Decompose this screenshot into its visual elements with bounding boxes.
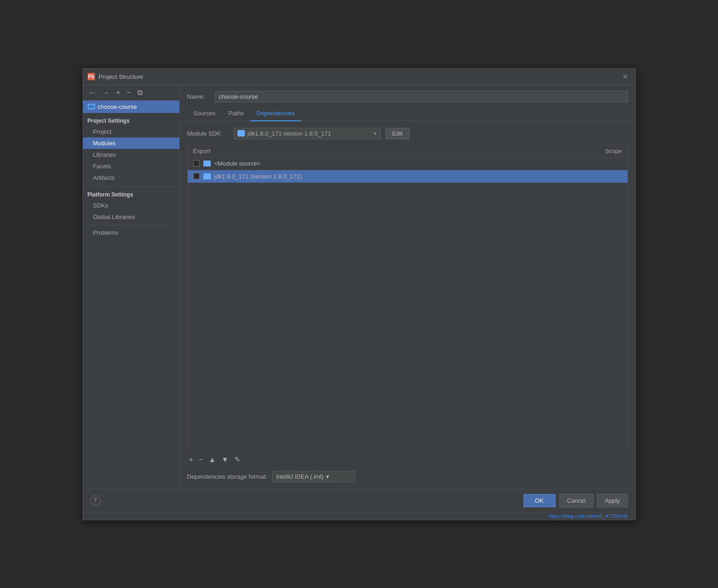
sdk-select-inner: jdk1.8.0_171 version 1.8.0_171	[237, 130, 369, 137]
dep-checkbox-module-source[interactable]	[193, 160, 200, 166]
sidebar-item-sdks[interactable]: SDKs	[83, 200, 179, 211]
ok-button[interactable]: OK	[523, 494, 556, 507]
cancel-button[interactable]: Cancel	[559, 494, 593, 507]
main-content: ← → + − ⧉ choose-course Project Settings…	[83, 85, 635, 489]
jdk-folder-icon	[203, 173, 211, 179]
panel-content: Module SDK: jdk1.8.0_171 version 1.8.0_1…	[180, 121, 635, 489]
dep-row-module-source[interactable]: <Module source>	[188, 157, 628, 170]
sdk-select[interactable]: jdk1.8.0_171 version 1.8.0_171 ▾	[233, 128, 381, 139]
name-label: Name:	[187, 93, 210, 100]
dep-row-jdk[interactable]: jdk1.8.0_171 (version 1.8.0_171)	[188, 170, 628, 183]
project-structure-dialog: PS Project Structure ✕ ← → + − ⧉ choose-…	[83, 68, 636, 520]
add-module-button[interactable]: +	[114, 88, 122, 97]
storage-label: Dependencies storage format:	[187, 473, 267, 480]
tab-dependencies[interactable]: Dependencies	[250, 106, 301, 121]
sdk-dropdown-arrow-icon: ▾	[374, 130, 377, 137]
status-bar: https://blog.csdn.net/m0_47709146	[83, 512, 635, 520]
sidebar-item-artifacts[interactable]: Artifacts	[83, 172, 179, 184]
module-folder-icon	[88, 104, 95, 109]
titlebar: PS Project Structure ✕	[83, 69, 635, 85]
name-row: Name:	[180, 85, 635, 106]
deps-table-header: Export Scope	[187, 145, 628, 157]
sdk-label: Module SDK:	[187, 130, 229, 137]
sidebar-item-facets[interactable]: Facets	[83, 160, 179, 172]
module-name-input[interactable]	[215, 91, 628, 102]
close-button[interactable]: ✕	[619, 71, 631, 82]
sidebar: ← → + − ⧉ choose-course Project Settings…	[83, 85, 180, 489]
remove-dep-button[interactable]: −	[197, 455, 205, 464]
sdk-row: Module SDK: jdk1.8.0_171 version 1.8.0_1…	[187, 128, 628, 139]
add-dep-button[interactable]: +	[187, 455, 195, 464]
tab-sources[interactable]: Sources	[187, 106, 222, 121]
tab-paths[interactable]: Paths	[222, 106, 250, 121]
module-name: choose-course	[98, 103, 137, 110]
edit-dep-button[interactable]: ✎	[232, 455, 242, 464]
app-icon: PS	[88, 73, 95, 80]
apply-button[interactable]: Apply	[597, 494, 628, 507]
storage-format-value: IntelliJ IDEA (.iml)	[276, 473, 324, 480]
nav-forward-button[interactable]: →	[101, 88, 112, 97]
move-down-button[interactable]: ▼	[220, 455, 231, 464]
module-source-folder-icon	[203, 160, 211, 166]
sdk-value: jdk1.8.0_171 version 1.8.0_171	[248, 130, 331, 137]
sidebar-item-project[interactable]: Project	[83, 126, 179, 137]
move-up-button[interactable]: ▲	[207, 455, 218, 464]
dependencies-list: <Module source> jdk1.8.0_171 (version 1.…	[187, 157, 628, 451]
dialog-title: Project Structure	[99, 73, 616, 80]
deps-toolbar: + − ▲ ▼ ✎	[187, 451, 628, 468]
dep-jdk-label: jdk1.8.0_171 (version 1.8.0_171)	[214, 173, 622, 180]
platform-settings-header: Platform Settings	[83, 186, 179, 200]
sdk-folder-icon	[237, 130, 245, 137]
sidebar-divider	[88, 225, 175, 225]
right-panel: Name: Sources Paths Dependencies Module …	[180, 85, 635, 489]
copy-module-button[interactable]: ⧉	[136, 88, 144, 97]
dep-checkbox-jdk[interactable]	[193, 173, 200, 179]
nav-back-button[interactable]: ←	[87, 88, 98, 97]
storage-format-select[interactable]: IntelliJ IDEA (.iml) ▾	[272, 471, 355, 482]
sdk-edit-button[interactable]: Edit	[386, 128, 409, 139]
sidebar-item-libraries[interactable]: Libraries	[83, 149, 179, 160]
storage-dropdown-arrow-icon: ▾	[326, 473, 329, 480]
sidebar-toolbar: ← → + − ⧉	[83, 85, 179, 101]
dep-module-source-label: <Module source>	[214, 160, 622, 167]
sidebar-item-global-libraries[interactable]: Global Libraries	[83, 211, 179, 223]
sidebar-item-problems[interactable]: Problems	[83, 227, 179, 238]
sidebar-module-item[interactable]: choose-course	[83, 101, 179, 113]
status-url: https://blog.csdn.net/m0_47709146	[549, 513, 628, 519]
project-settings-header: Project Settings	[83, 113, 179, 126]
remove-module-button[interactable]: −	[125, 88, 133, 97]
tabs-row: Sources Paths Dependencies	[180, 106, 635, 121]
bottom-bar: ? OK Cancel Apply	[83, 489, 635, 512]
export-column-header: Export	[188, 145, 582, 157]
scope-column-header: Scope	[582, 145, 628, 157]
help-button[interactable]: ?	[90, 495, 101, 505]
storage-format-row: Dependencies storage format: IntelliJ ID…	[187, 468, 628, 489]
sidebar-item-modules[interactable]: Modules	[83, 137, 179, 149]
